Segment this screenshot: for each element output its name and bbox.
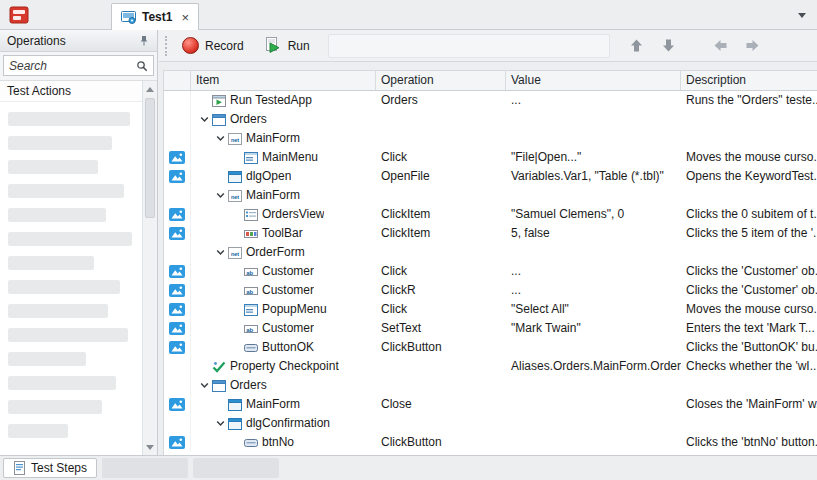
tree-indent-spacer xyxy=(213,395,227,414)
run-button-label: Run xyxy=(288,39,310,53)
operation-list-item[interactable] xyxy=(8,208,106,222)
operation-list-item[interactable] xyxy=(8,184,124,198)
screenshot-thumbnail-icon[interactable] xyxy=(169,284,185,297)
pin-icon[interactable] xyxy=(138,35,150,47)
project-panel-icon[interactable] xyxy=(9,5,29,25)
description-column-header[interactable]: Description xyxy=(681,71,817,90)
test-step-row[interactable]: Orders xyxy=(164,110,817,129)
toolbar-grip[interactable] xyxy=(165,36,167,56)
value-cell: "Mark Twain" xyxy=(506,319,681,338)
operation-list-item[interactable] xyxy=(8,112,130,126)
operation-list-item[interactable] xyxy=(8,160,98,174)
operation-list-item[interactable] xyxy=(8,328,128,342)
operations-panel-header: Operations xyxy=(0,30,157,52)
operation-list-item[interactable] xyxy=(8,232,132,246)
screenshot-thumbnail-icon[interactable] xyxy=(169,303,185,316)
record-button[interactable]: Record xyxy=(172,33,254,59)
operation-column-header[interactable]: Operation xyxy=(376,71,506,90)
item-label: dlgConfirmation xyxy=(246,414,330,433)
search-icon[interactable] xyxy=(136,60,148,72)
operation-list-item[interactable] xyxy=(8,376,116,390)
test-step-row[interactable]: OrdersViewClickItem"Samuel Clemens", 0Cl… xyxy=(164,205,817,224)
screenshot-thumbnail-icon[interactable] xyxy=(169,151,185,164)
test-step-row[interactable]: Orders xyxy=(164,376,817,395)
tab-list-dropdown-icon[interactable] xyxy=(798,13,806,18)
test-step-row[interactable]: Run TestedAppOrders...Runs the "Orders" … xyxy=(164,91,817,110)
operation-list-item[interactable] xyxy=(8,304,108,318)
move-up-button[interactable] xyxy=(626,34,648,58)
item-column-header[interactable]: Item xyxy=(191,71,376,90)
test-step-row[interactable]: netMainForm xyxy=(164,186,817,205)
screenshot-thumbnail-icon[interactable] xyxy=(169,436,185,449)
scroll-up-icon[interactable] xyxy=(143,82,157,96)
item-label: ButtonOK xyxy=(262,338,314,357)
move-right-button[interactable] xyxy=(742,34,764,58)
test-step-row[interactable]: abCustomerClick...Clicks the 'Customer' … xyxy=(164,262,817,281)
value-column-header[interactable]: Value xyxy=(506,71,681,90)
test-step-row[interactable]: PopupMenuClick"Select All"Moves the mous… xyxy=(164,300,817,319)
screenshot-thumbnail-icon[interactable] xyxy=(169,208,185,221)
tab-test-steps[interactable]: Test Steps xyxy=(3,458,97,478)
tree-indent-spacer xyxy=(197,91,211,110)
test-step-row[interactable]: MainFormCloseCloses the 'MainForm' w... xyxy=(164,395,817,414)
operation-list-item[interactable] xyxy=(8,352,86,366)
expand-collapse-chevron-icon[interactable] xyxy=(197,376,211,395)
screenshot-thumbnail-icon[interactable] xyxy=(169,265,185,278)
operation-list-item[interactable] xyxy=(8,280,120,294)
item-label: MainForm xyxy=(246,186,300,205)
scroll-down-icon[interactable] xyxy=(143,440,157,454)
expand-collapse-chevron-icon[interactable] xyxy=(213,243,227,262)
section-header-test-actions[interactable]: Test Actions xyxy=(0,81,142,102)
item-cell: abCustomer xyxy=(191,262,376,281)
screenshot-thumbnail-icon[interactable] xyxy=(169,322,185,335)
test-step-row[interactable]: netMainForm xyxy=(164,129,817,148)
sidebar-scrollbar[interactable] xyxy=(142,80,157,455)
expand-collapse-chevron-icon[interactable] xyxy=(197,110,211,129)
search-box[interactable] xyxy=(3,55,154,76)
move-down-button[interactable] xyxy=(658,34,680,58)
item-label: btnNo xyxy=(262,433,294,452)
description-cell: Opens the KeywordTest... xyxy=(681,167,817,186)
operation-cell: Click xyxy=(376,262,506,281)
tab-test1[interactable]: Test1 × xyxy=(111,3,199,30)
test-step-row[interactable]: btnNoClickButtonClicks the 'btnNo' butto… xyxy=(164,433,817,452)
screenshot-thumbnail-icon[interactable] xyxy=(169,170,185,183)
svg-text:ab: ab xyxy=(246,326,253,332)
screenshot-thumbnail-icon[interactable] xyxy=(169,398,185,411)
textbox-icon: ab xyxy=(243,321,259,336)
operation-cell xyxy=(376,186,506,205)
run-button[interactable]: Run xyxy=(254,33,320,59)
screenshot-thumbnail-icon[interactable] xyxy=(169,227,185,240)
item-cell: abCustomer xyxy=(191,319,376,338)
thumbnail-column-header[interactable] xyxy=(164,71,191,90)
test-step-row[interactable]: dlgConfirmation xyxy=(164,414,817,433)
expand-collapse-chevron-icon[interactable] xyxy=(213,414,227,433)
operation-list-item[interactable] xyxy=(8,136,112,150)
operation-list-item[interactable] xyxy=(8,256,94,270)
search-row xyxy=(0,52,157,79)
expand-collapse-chevron-icon[interactable] xyxy=(213,129,227,148)
test-step-row[interactable]: netOrderForm xyxy=(164,243,817,262)
test-step-row[interactable]: ButtonOKClickButtonClicks the 'ButtonOK'… xyxy=(164,338,817,357)
expand-collapse-chevron-icon[interactable] xyxy=(213,186,227,205)
operation-list-item[interactable] xyxy=(8,400,102,414)
test-step-row[interactable]: dlgOpenOpenFileVariables.Var1, "Table (*… xyxy=(164,167,817,186)
test-step-row[interactable]: abCustomerClickR...Clicks the 'Customer'… xyxy=(164,281,817,300)
item-cell: netMainForm xyxy=(191,129,376,148)
bottom-tab-placeholder[interactable] xyxy=(193,458,279,478)
test-step-row[interactable]: abCustomerSetText"Mark Twain"Enters the … xyxy=(164,319,817,338)
tab-label: Test1 xyxy=(142,10,172,24)
search-input[interactable] xyxy=(9,59,136,73)
description-cell xyxy=(681,129,817,148)
test-step-row[interactable]: ToolBarClickItem5, falseClicks the 5 ite… xyxy=(164,224,817,243)
bottom-tab-placeholder[interactable] xyxy=(102,458,188,478)
move-left-button[interactable] xyxy=(710,34,732,58)
operation-list-item[interactable] xyxy=(8,424,68,438)
operation-cell xyxy=(376,376,506,395)
test-step-row[interactable]: Property CheckpointAliases.Orders.MainFo… xyxy=(164,357,817,376)
item-label: MainForm xyxy=(246,129,300,148)
scrollbar-thumb[interactable] xyxy=(145,98,155,218)
close-tab-button[interactable]: × xyxy=(181,11,189,24)
screenshot-thumbnail-icon[interactable] xyxy=(169,341,185,354)
test-step-row[interactable]: MainMenuClick"File|Open..."Moves the mou… xyxy=(164,148,817,167)
